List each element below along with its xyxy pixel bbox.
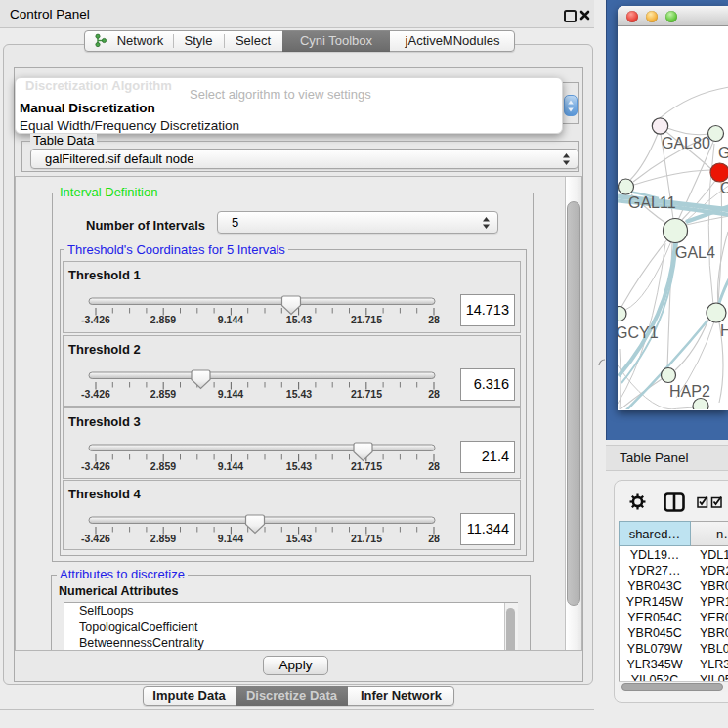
svg-text:GAL80: GAL80 (662, 135, 710, 151)
svg-text:HAP2: HAP2 (669, 383, 710, 400)
svg-text:GAL11: GAL11 (628, 194, 676, 211)
svg-text:GAL4: GAL4 (675, 244, 715, 261)
svg-text:GCY1: GCY1 (618, 324, 659, 341)
svg-text:GA: GA (718, 145, 728, 161)
svg-text:H: H (720, 322, 728, 339)
svg-text:C: C (720, 180, 728, 196)
